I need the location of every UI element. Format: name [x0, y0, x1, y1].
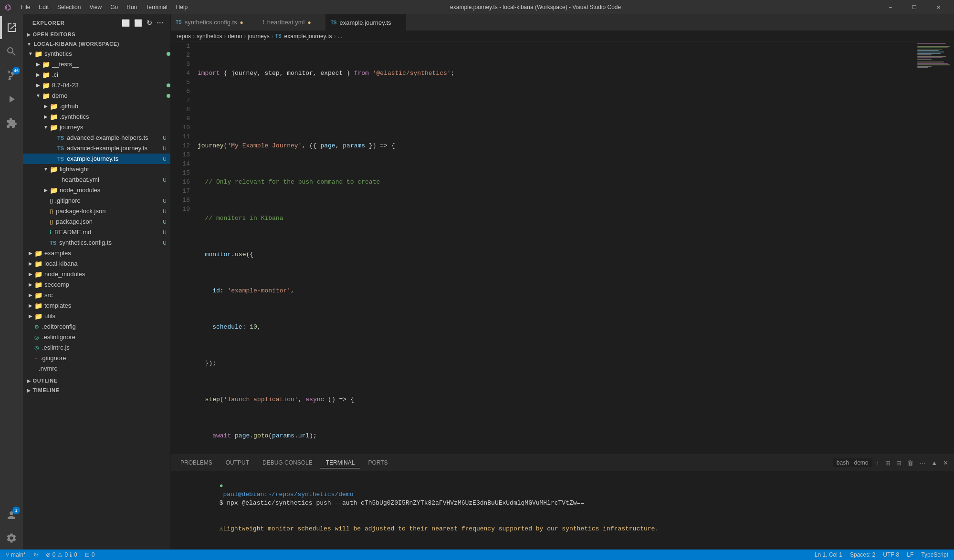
file-gitignore-root[interactable]: ⑂ .gitignore: [23, 353, 170, 363]
folder-tests[interactable]: ▶ 📁 __tests__: [23, 59, 170, 70]
folder-seccomp[interactable]: ▶ 📁 seccomp: [23, 280, 170, 290]
collapse-all-icon[interactable]: ⋯: [156, 18, 165, 28]
file-eslintignore[interactable]: ◎ .eslintignore: [23, 332, 170, 342]
status-eol[interactable]: LF: [905, 550, 915, 560]
maximize-button[interactable]: ☐: [903, 0, 925, 14]
activity-explorer[interactable]: [0, 16, 23, 39]
folder-utils[interactable]: ▶ 📁 utils: [23, 311, 170, 321]
folder-synthetics-hidden[interactable]: ▶ 📁 .synthetics: [23, 112, 170, 122]
activity-run[interactable]: [0, 88, 23, 111]
panel-tab-terminal[interactable]: TERMINAL: [320, 457, 361, 468]
breadcrumb-demo[interactable]: demo: [228, 33, 242, 40]
activity-accounts[interactable]: 1: [0, 504, 23, 527]
panel-maximize-icon[interactable]: ▲: [929, 458, 939, 467]
activity-search[interactable]: [0, 40, 23, 63]
folder-node-modules-root[interactable]: ▶ 📁 node_modules: [23, 269, 170, 280]
folder-synthetics[interactable]: ▼ 📁 synthetics: [23, 49, 170, 59]
folder-src[interactable]: ▶ 📁 src: [23, 290, 170, 301]
terminal-split-vertical-icon[interactable]: ⊟: [894, 458, 903, 467]
tab-bar: TS synthetics.config.ts ● ✕ ! heartbeat.…: [171, 14, 954, 31]
file-example-journey[interactable]: TS example.journey.ts U: [23, 154, 170, 164]
file-readme[interactable]: ℹ README.md U: [23, 227, 170, 238]
status-encoding[interactable]: UTF-8: [881, 550, 901, 560]
tab-close-button[interactable]: ✕: [314, 18, 321, 27]
menu-terminal[interactable]: Terminal: [142, 3, 171, 11]
panel-tab-debug-console[interactable]: DEBUG CONSOLE: [257, 457, 318, 468]
status-sync[interactable]: ↻: [31, 550, 40, 560]
menu-help[interactable]: Help: [172, 3, 192, 11]
tab-example-journey[interactable]: TS example.journey.ts ✕: [326, 14, 406, 31]
status-branch[interactable]: ⑂ main*: [4, 550, 28, 560]
folder-node-modules-demo[interactable]: ▶ 📁 node_modules: [23, 185, 170, 196]
status-watch[interactable]: ⊟ 0: [83, 550, 97, 560]
breadcrumb-journeys[interactable]: journeys: [248, 33, 269, 40]
status-position[interactable]: Ln 1, Col 1: [813, 550, 844, 560]
file-heartbeat[interactable]: ! heartbeat.yml U: [23, 175, 170, 185]
file-icon: {}: [50, 196, 53, 206]
breadcrumb-filename[interactable]: example.journey.ts: [284, 33, 332, 40]
file-advanced-journey[interactable]: TS advanced-example.journey.ts U: [23, 143, 170, 154]
terminal-trash-icon[interactable]: 🗑: [905, 458, 915, 467]
panel-close-icon[interactable]: ✕: [941, 458, 950, 467]
outline-section[interactable]: ▶ OUTLINE: [23, 376, 170, 385]
refresh-icon[interactable]: ↻: [146, 18, 154, 28]
menu-edit[interactable]: Edit: [35, 3, 52, 11]
folder-ci[interactable]: ▶ 📁 .ci: [23, 70, 170, 80]
new-folder-icon[interactable]: ⬜: [133, 18, 144, 28]
panel-more-icon[interactable]: ⋯: [917, 458, 927, 467]
activity-settings[interactable]: [0, 527, 23, 550]
minimize-button[interactable]: −: [880, 0, 902, 14]
tab-close-button[interactable]: ✕: [394, 18, 401, 27]
folder-label: synthetics: [44, 49, 165, 59]
activity-extensions[interactable]: [0, 112, 23, 135]
menu-selection[interactable]: Selection: [53, 3, 84, 11]
folder-github[interactable]: ▶ 📁 .github: [23, 101, 170, 112]
breadcrumb-repos[interactable]: repos: [177, 33, 191, 40]
code-content[interactable]: import { journey, step, monitor, expect …: [194, 41, 916, 454]
breadcrumb-synthetics[interactable]: synthetics: [197, 33, 222, 40]
folder-demo[interactable]: ▼ 📁 demo: [23, 91, 170, 101]
folder-icon: 📁: [50, 164, 58, 175]
modified-badge: U: [163, 238, 167, 248]
folder-icon: 📁: [34, 49, 42, 59]
folder-templates[interactable]: ▶ 📁 templates: [23, 301, 170, 311]
terminal-split-icon[interactable]: ⊞: [883, 458, 892, 467]
panel-tab-output[interactable]: OUTPUT: [220, 457, 255, 468]
file-synthetics-config[interactable]: TS synthetics.config.ts U: [23, 238, 170, 248]
folder-local-kibana[interactable]: ▶ 📁 local-kibana: [23, 259, 170, 269]
file-package-lock[interactable]: {} package-lock.json U: [23, 206, 170, 217]
code-editor[interactable]: 1 2 3 4 5 6 7 8 9 10 11 12 13 14 15 16 1: [171, 41, 954, 454]
folder-icon: 📁: [50, 112, 58, 122]
file-editorconfig[interactable]: ⚙ .editorconfig: [23, 321, 170, 332]
activity-source-control[interactable]: 46: [0, 64, 23, 87]
close-button[interactable]: ✕: [927, 0, 949, 14]
status-language[interactable]: TypeScript: [919, 550, 950, 560]
tab-synthetics-config[interactable]: TS synthetics.config.ts ● ✕: [171, 14, 258, 31]
file-nvmrc[interactable]: · .nvmrc: [23, 363, 170, 374]
folder-examples[interactable]: ▶ 📁 examples: [23, 248, 170, 259]
workspace-section[interactable]: ▼ Local-Kibana (Workspace): [23, 39, 170, 49]
breadcrumb-ellipsis[interactable]: ...: [337, 33, 342, 40]
file-eslintrc[interactable]: ◎ .eslintrc.js: [23, 342, 170, 353]
timeline-section[interactable]: ▶ TIMELINE: [23, 385, 170, 395]
tab-heartbeat[interactable]: ! heartbeat.yml ● ✕: [258, 14, 326, 31]
folder-journeys[interactable]: ▼ 📁 journeys: [23, 122, 170, 133]
folder-lightweight[interactable]: ▼ 📁 lightweight: [23, 164, 170, 175]
panel-tab-ports[interactable]: PORTS: [362, 457, 393, 468]
open-editors-section[interactable]: ▶ Open Editors: [23, 30, 170, 39]
file-gitignore-demo[interactable]: {} .gitignore U: [23, 196, 170, 206]
menu-go[interactable]: Go: [106, 3, 122, 11]
status-errors[interactable]: ⊘ 0 ⚠ 0 ℹ 0: [44, 550, 79, 560]
file-package-json[interactable]: {} package.json U: [23, 217, 170, 227]
terminal-new-icon[interactable]: +: [874, 458, 882, 467]
menu-view[interactable]: View: [85, 3, 105, 11]
panel-tab-problems[interactable]: PROBLEMS: [175, 457, 218, 468]
terminal[interactable]: ● paul@debian:~/repos/synthetics/demo $ …: [171, 471, 954, 550]
new-file-icon[interactable]: ⬜: [121, 18, 131, 28]
status-spaces[interactable]: Spaces: 2: [848, 550, 877, 560]
menu-file[interactable]: File: [17, 3, 34, 11]
file-advanced-helpers[interactable]: TS advanced-example-helpers.ts U: [23, 133, 170, 143]
folder-8704[interactable]: ▶ 📁 8.7-04-23: [23, 80, 170, 91]
tab-close-button[interactable]: ✕: [246, 18, 253, 27]
menu-run[interactable]: Run: [123, 3, 141, 11]
